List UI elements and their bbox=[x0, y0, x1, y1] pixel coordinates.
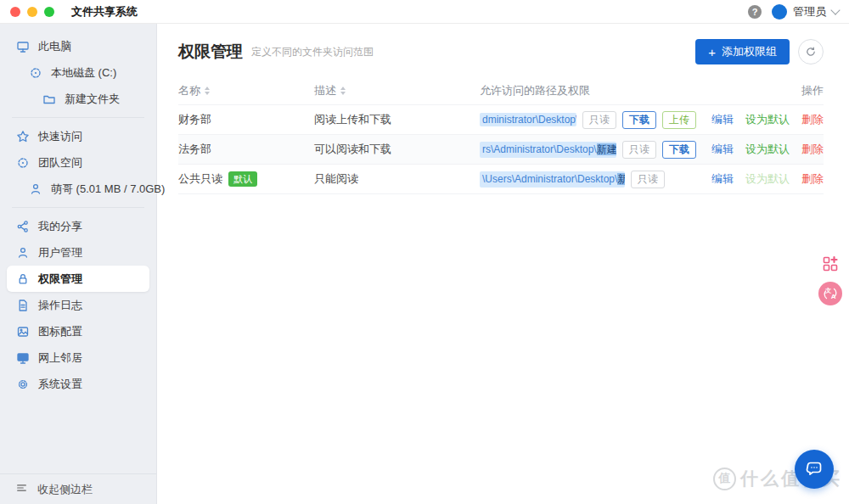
share-icon bbox=[15, 219, 30, 233]
gear-icon bbox=[15, 377, 30, 391]
watermark-logo: 值 bbox=[713, 468, 736, 490]
user-icon bbox=[28, 182, 42, 196]
path-chip: \Users\Administrator\Desktop\新建文件 bbox=[480, 171, 625, 188]
group-name: 财务部 bbox=[178, 112, 211, 127]
header-name: 名称 bbox=[178, 83, 200, 98]
sidebar-item-this-pc[interactable]: 此电脑 bbox=[7, 33, 149, 59]
default-badge: 默认 bbox=[228, 171, 257, 187]
refresh-icon bbox=[805, 46, 817, 58]
sidebar-item-system-settings[interactable]: 系统设置 bbox=[7, 371, 149, 397]
sidebar-item-new-folder[interactable]: 新建文件夹 bbox=[7, 86, 149, 112]
maximize-window-button[interactable] bbox=[44, 7, 54, 17]
perm-tag-readonly: 只读 bbox=[582, 111, 616, 129]
image-icon bbox=[15, 324, 30, 339]
sort-by-desc[interactable]: 描述 bbox=[314, 83, 480, 98]
header-actions: 操作 bbox=[801, 83, 824, 98]
set-default-link[interactable]: 设为默认 bbox=[745, 112, 790, 127]
sidebar-item-label: 此电脑 bbox=[38, 39, 71, 54]
sidebar-item-icon-config[interactable]: 图标配置 bbox=[7, 318, 149, 344]
sidebar-item-user-quota[interactable]: 萌哥 (5.01 MB / 7.0GB) bbox=[7, 176, 149, 202]
disk-icon bbox=[28, 65, 42, 80]
user-menu[interactable]: 管理员 bbox=[772, 4, 839, 20]
perm-tag-readonly: 只读 bbox=[631, 171, 665, 188]
help-icon[interactable]: ? bbox=[748, 5, 762, 19]
sidebar-item-label: 我的分享 bbox=[38, 219, 82, 234]
set-default-link[interactable]: 设为默认 bbox=[745, 142, 790, 157]
table-row: 公共只读 默认 只能阅读 \Users\Administrator\Deskto… bbox=[178, 165, 824, 194]
table-row: 财务部 阅读上传和下载 dministrator\Desktop\ 只读 下载 … bbox=[178, 105, 824, 135]
add-button-label: 添加权限组 bbox=[722, 44, 777, 59]
avatar bbox=[772, 4, 787, 20]
sidebar-item-team-space[interactable]: 团队空间 bbox=[7, 149, 149, 176]
collapse-sidebar-button[interactable]: 收起侧边栏 bbox=[0, 473, 156, 504]
sidebar-item-label: 权限管理 bbox=[38, 272, 82, 287]
collapse-icon bbox=[15, 482, 28, 496]
sidebar-item-label: 快速访问 bbox=[38, 129, 82, 144]
table-row: 法务部 可以阅读和下载 rs\Administrator\Desktop\新建 … bbox=[178, 135, 824, 165]
edit-link[interactable]: 编辑 bbox=[711, 171, 734, 187]
document-icon bbox=[15, 298, 30, 312]
star-icon bbox=[15, 129, 30, 143]
sidebar: 此电脑 本地磁盘 (C:) 新建文件夹 bbox=[0, 24, 157, 504]
page-subtitle: 定义不同的文件夹访问范围 bbox=[251, 45, 374, 59]
path-chip: dministrator\Desktop\ bbox=[480, 113, 576, 126]
delete-link[interactable]: 删除 bbox=[801, 112, 824, 127]
close-window-button[interactable] bbox=[10, 7, 20, 17]
add-permission-group-button[interactable]: + 添加权限组 bbox=[695, 39, 790, 64]
sidebar-item-label: 网上邻居 bbox=[38, 350, 82, 366]
set-default-link-disabled[interactable]: 设为默认 bbox=[745, 171, 790, 187]
header-path: 允许访问的路径及权限 bbox=[480, 83, 590, 98]
monitor-icon bbox=[15, 39, 30, 53]
perm-tag-download: 下载 bbox=[622, 111, 656, 129]
path-chip: rs\Administrator\Desktop\新建 bbox=[480, 142, 616, 158]
sidebar-group-spaces: 快速访问 团队空间 萌哥 (5.01 MB / 7.0GB) bbox=[0, 120, 156, 204]
app-title: 文件共享系统 bbox=[71, 4, 138, 20]
sidebar-item-permission-management[interactable]: 权限管理 bbox=[7, 266, 149, 292]
sidebar-item-network-neighborhood[interactable]: 网上邻居 bbox=[7, 344, 149, 371]
sidebar-item-label: 用户管理 bbox=[38, 245, 82, 260]
browser-extension-floaters: 文 A bbox=[818, 255, 842, 305]
header-desc: 描述 bbox=[314, 83, 336, 98]
grid-plus-icon[interactable] bbox=[822, 255, 839, 272]
page-title: 权限管理 bbox=[178, 41, 243, 63]
delete-link[interactable]: 删除 bbox=[801, 171, 824, 187]
group-desc: 可以阅读和下载 bbox=[314, 143, 391, 155]
folder-icon bbox=[42, 92, 56, 106]
lock-icon bbox=[15, 272, 30, 286]
perm-tag-readonly: 只读 bbox=[622, 141, 656, 159]
sidebar-group-admin: 我的分享 用户管理 权限管理 bbox=[0, 210, 156, 400]
edit-link[interactable]: 编辑 bbox=[711, 112, 734, 127]
disk-icon bbox=[15, 155, 30, 170]
chevron-down-icon bbox=[830, 5, 840, 14]
sidebar-item-user-management[interactable]: 用户管理 bbox=[7, 239, 149, 266]
collapse-label: 收起侧边栏 bbox=[37, 482, 93, 497]
delete-link[interactable]: 删除 bbox=[801, 142, 824, 157]
perm-tag-download: 下载 bbox=[662, 141, 696, 159]
group-name: 法务部 bbox=[178, 142, 211, 157]
window-controls bbox=[10, 7, 54, 17]
sidebar-item-label: 团队空间 bbox=[38, 155, 82, 171]
sidebar-item-operation-logs[interactable]: 操作日志 bbox=[7, 292, 149, 318]
sidebar-item-label: 图标配置 bbox=[38, 324, 82, 339]
sidebar-item-quick-access[interactable]: 快速访问 bbox=[7, 123, 149, 149]
translate-icon[interactable]: 文 A bbox=[818, 282, 842, 305]
group-name: 公共只读 bbox=[178, 171, 222, 187]
svg-text:A: A bbox=[831, 293, 836, 300]
minimize-window-button[interactable] bbox=[27, 7, 37, 17]
refresh-button[interactable] bbox=[798, 39, 824, 64]
sort-carets-icon bbox=[205, 87, 210, 95]
edit-link[interactable]: 编辑 bbox=[711, 142, 734, 157]
user-name: 管理员 bbox=[793, 4, 826, 20]
chat-bubble-icon bbox=[804, 459, 824, 479]
sort-carets-icon bbox=[340, 87, 346, 95]
plus-icon: + bbox=[708, 46, 716, 59]
sidebar-item-local-disk-c[interactable]: 本地磁盘 (C:) bbox=[7, 59, 149, 86]
chat-button[interactable] bbox=[795, 450, 834, 489]
sort-by-name[interactable]: 名称 bbox=[178, 83, 210, 98]
sidebar-item-label: 新建文件夹 bbox=[65, 92, 120, 107]
sidebar-item-my-shares[interactable]: 我的分享 bbox=[7, 213, 149, 239]
sidebar-group-computer: 此电脑 本地磁盘 (C:) 新建文件夹 bbox=[0, 31, 156, 115]
sidebar-divider bbox=[12, 207, 144, 208]
perm-tag-upload: 上传 bbox=[662, 111, 696, 129]
user-icon bbox=[15, 245, 30, 260]
